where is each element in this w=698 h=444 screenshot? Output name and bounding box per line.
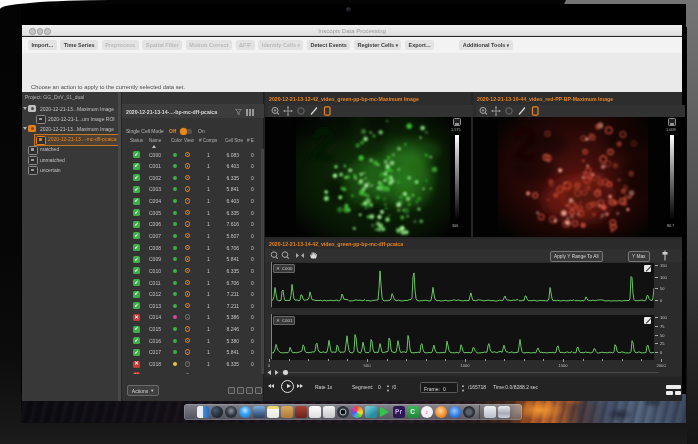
y-max-button[interactable]: Y Max [628,251,650,262]
toolbar-button-additional-tools[interactable]: Additional Tools▾ [459,40,512,50]
accepted-checkbox[interactable]: ✓ [133,326,140,333]
cell-color-dot[interactable] [173,327,177,331]
toolbar-button-time-series[interactable]: Time Series [60,40,98,50]
actions-button[interactable]: Actions▼ [127,385,159,396]
window-titlebar[interactable]: Inscopix Data Processing [22,25,682,36]
dock-icon-maps[interactable] [449,406,461,418]
tree-item-matched[interactable]: matched [22,145,118,155]
layout-toggle-icon[interactable] [666,385,681,396]
accepted-checkbox[interactable]: ✓ [133,291,140,298]
cell-view-icon[interactable] [185,280,191,286]
dock-icon-c-app[interactable]: C [407,406,419,418]
snapshot-icon[interactable] [644,317,651,324]
cell-row-c006[interactable]: ✓C00617.6160 [122,219,264,231]
toolbar-button-detect-events[interactable]: Detect Events [307,40,350,50]
cell-view-icon[interactable] [185,186,191,192]
cell-view-icon[interactable] [185,245,191,251]
dock-icon-folder-tan[interactable] [281,406,293,418]
zoom-icon[interactable] [480,107,487,114]
cell-view-icon[interactable] [185,268,191,274]
cell-view-icon[interactable] [185,303,191,309]
frame-position-line[interactable] [271,314,272,359]
line-roi-icon[interactable] [519,108,525,115]
tree-item-unmatched[interactable]: unmatched [22,155,118,165]
dock-icon-finder[interactable] [197,406,209,418]
cell-row-c017[interactable]: ✓C01715.8410 [122,347,264,359]
cell-row-c009[interactable]: ✓C00915.8410 [122,254,264,266]
accepted-checkbox[interactable]: ✓ [133,256,140,263]
tree-expand-caret[interactable] [23,107,27,110]
accepted-checkbox[interactable]: ✓ [133,186,140,193]
cell-row-c008[interactable]: ✓C00816.7060 [122,242,264,254]
snapshot-icon[interactable] [644,265,651,272]
accepted-checkbox[interactable]: ✓ [133,209,140,216]
cell-view-icon[interactable] [185,349,191,355]
table-tool-icon-2[interactable] [237,387,244,394]
cell-color-dot[interactable] [173,187,177,191]
cell-view-icon[interactable] [185,233,191,239]
cell-row-c010[interactable]: ✓C01016.3350 [122,265,264,277]
cell-row-c005[interactable]: ✓C00516.3350 [122,207,264,219]
accepted-checkbox[interactable]: ✓ [133,174,140,181]
trace-label-chip-c001[interactable]: ✕C001 [273,316,295,325]
cell-color-dot[interactable] [173,339,177,343]
trace-plot-c000[interactable] [271,262,655,309]
zoom-out-icon[interactable] [282,252,289,259]
toolbar-button-register-cells[interactable]: Register Cells▾ [354,40,401,50]
scale-gradient-bar-green[interactable] [455,135,459,220]
tree-item-2020-12-21-1-um-image-roi[interactable]: 2020-12-21-1...um Image ROI [22,114,118,124]
zoom-in-icon[interactable] [271,252,278,259]
accepted-checkbox[interactable]: ✓ [133,279,140,286]
columns-icon[interactable] [246,109,254,116]
dock-icon-color-wheel[interactable] [351,406,363,418]
dock-icon-mail-orange[interactable] [435,406,447,418]
accepted-checkbox[interactable]: ✓ [133,302,140,309]
cell-color-dot[interactable] [173,257,177,261]
rect-roi-icon[interactable] [533,107,539,115]
accepted-checkbox[interactable]: ✓ [133,221,140,228]
cell-color-dot[interactable] [173,362,177,366]
cell-row-c012[interactable]: ✓C01217.2110 [122,289,264,301]
cell-view-icon[interactable] [185,338,191,344]
column-header-view[interactable]: View [184,138,194,143]
table-scrollbar[interactable] [261,149,264,374]
toolbar-button-export[interactable]: Export... [405,40,434,50]
zoom-icon[interactable] [272,107,279,114]
pan-icon[interactable] [492,106,501,115]
dock-icon-premiere[interactable]: Pr [393,406,405,418]
toggle-knob[interactable] [180,128,187,135]
dock-icon-downloads[interactable] [484,406,496,418]
table-tool-icon-1[interactable] [228,387,235,394]
cell-color-dot[interactable] [173,246,177,250]
dock-icon-calendar[interactable] [295,406,307,418]
tree-expand-caret[interactable] [23,127,27,130]
cell-color-dot[interactable] [173,164,177,168]
step-back-button[interactable] [268,384,274,388]
cell-color-dot[interactable] [173,281,177,285]
frame-input[interactable]: Frame: 0 [420,382,458,393]
column-header-cellsize[interactable]: Cell Size [225,138,243,143]
pan-thumb[interactable] [283,370,288,375]
cell-row-c015[interactable]: ✓C01518.2460 [122,324,264,336]
rect-roi-icon[interactable] [325,107,331,115]
dock-icon-green-play[interactable] [379,406,391,418]
cell-view-icon[interactable] [185,210,191,216]
pan-icon[interactable] [284,106,293,115]
cell-row-c001[interactable]: ✓C00116.4030 [122,161,264,173]
accepted-checkbox[interactable]: ✓ [133,163,140,170]
dock-icon-teal-app[interactable] [365,406,377,418]
cell-view-icon[interactable] [185,291,191,297]
close-icon[interactable]: ✕ [276,266,280,271]
dock-icon-document[interactable] [323,406,335,418]
accepted-checkbox[interactable]: ✓ [133,232,140,239]
tree-item-2020-12-21-13-maximum-image[interactable]: 2020-12-21-13...Maximum Image [22,124,118,134]
dock-icon-dark-compass[interactable] [225,406,237,418]
cell-row-c013[interactable]: ✓C01317.2110 [122,300,264,312]
frame-spinner[interactable]: ▲▼ [461,383,465,393]
cell-view-icon[interactable] [185,152,191,158]
hand-icon[interactable] [310,252,317,258]
cell-row-c011[interactable]: ✓C01116.7060 [122,277,264,289]
cell-row-c018[interactable]: ✕C01816.3350 [122,359,264,371]
filter-icon[interactable] [235,109,242,115]
cell-row-c016[interactable]: ✓C01615.3800 [122,335,264,347]
